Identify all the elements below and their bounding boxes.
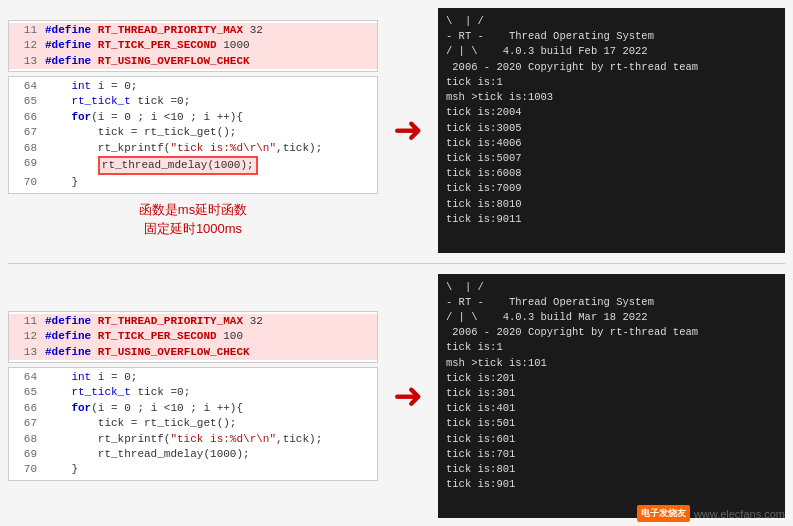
code-line-r2-t1: 11 #define RT_THREAD_PRIORITY_MAX 32 xyxy=(9,314,377,329)
code-line-r2-t2: 12 #define RT_TICK_PER_SECOND 100 xyxy=(9,329,377,344)
divider xyxy=(8,263,785,264)
code-line-r1-66: 66 for(i = 0 ; i <10 ; i ++){ xyxy=(9,110,377,125)
code-block-top-1: 11 #define RT_THREAD_PRIORITY_MAX 32 12 … xyxy=(8,20,378,72)
code-line-r1-t2: 12 #define RT_TICK_PER_SECOND 1000 xyxy=(9,38,377,53)
row-2: 11 #define RT_THREAD_PRIORITY_MAX 32 12 … xyxy=(8,274,785,519)
watermark-logo: 电子发烧友 xyxy=(637,505,690,522)
code-line-r1-t3: 13 #define RT_USING_OVERFLOW_CHECK xyxy=(9,54,377,69)
code-line-r2-70: 70 } xyxy=(9,462,377,477)
watermark-url: www.elecfans.com xyxy=(694,508,785,520)
code-line-r2-t3: 13 #define RT_USING_OVERFLOW_CHECK xyxy=(9,345,377,360)
label-1a: 函数是ms延时函数 xyxy=(8,200,378,220)
code-line-r1-70: 70 } xyxy=(9,175,377,190)
code-line-r1-69: 69 rt_thread_mdelay(1000); xyxy=(9,156,377,175)
code-line-r1-t1: 11 #define RT_THREAD_PRIORITY_MAX 32 xyxy=(9,23,377,38)
code-line-r1-68: 68 rt_kprintf("tick is:%d\r\n",tick); xyxy=(9,141,377,156)
arrow-2: ➜ xyxy=(388,378,428,414)
arrow-icon-1: ➜ xyxy=(393,112,423,148)
terminal-2: \ | / - RT - Thread Operating System / |… xyxy=(438,274,785,519)
label-1b: 固定延时1000ms xyxy=(8,219,378,239)
main-container: 11 #define RT_THREAD_PRIORITY_MAX 32 12 … xyxy=(0,0,793,526)
label-area-1: 函数是ms延时函数 固定延时1000ms xyxy=(8,198,378,241)
left-panel-1: 11 #define RT_THREAD_PRIORITY_MAX 32 12 … xyxy=(8,20,378,241)
code-line-r2-69: 69 rt_thread_mdelay(1000); xyxy=(9,447,377,462)
code-line-r2-68: 68 rt_kprintf("tick is:%d\r\n",tick); xyxy=(9,432,377,447)
code-line-r2-64: 64 int i = 0; xyxy=(9,370,377,385)
left-panel-2: 11 #define RT_THREAD_PRIORITY_MAX 32 12 … xyxy=(8,311,378,481)
code-line-r1-65: 65 rt_tick_t tick =0; xyxy=(9,94,377,109)
code-block-top-2: 11 #define RT_THREAD_PRIORITY_MAX 32 12 … xyxy=(8,311,378,363)
code-line-r1-64: 64 int i = 0; xyxy=(9,79,377,94)
terminal-1: \ | / - RT - Thread Operating System / |… xyxy=(438,8,785,253)
code-block-main-2: 64 int i = 0; 65 rt_tick_t tick =0; 66 f… xyxy=(8,367,378,481)
code-line-r2-65: 65 rt_tick_t tick =0; xyxy=(9,385,377,400)
arrow-1: ➜ xyxy=(388,112,428,148)
arrow-icon-2: ➜ xyxy=(393,378,423,414)
code-line-r2-67: 67 tick = rt_tick_get(); xyxy=(9,416,377,431)
code-line-r1-67: 67 tick = rt_tick_get(); xyxy=(9,125,377,140)
row-1: 11 #define RT_THREAD_PRIORITY_MAX 32 12 … xyxy=(8,8,785,253)
code-block-main-1: 64 int i = 0; 65 rt_tick_t tick =0; 66 f… xyxy=(8,76,378,194)
code-line-r2-66: 66 for(i = 0 ; i <10 ; i ++){ xyxy=(9,401,377,416)
watermark: 电子发烧友 www.elecfans.com xyxy=(637,505,785,522)
